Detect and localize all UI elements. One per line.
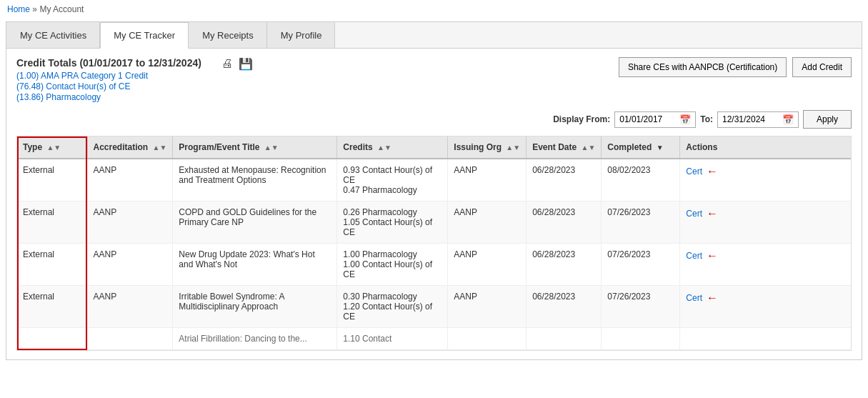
- cell-type: External: [17, 286, 87, 328]
- credit-line-3: (13.86) Pharmacology: [16, 92, 201, 102]
- table-row: External AANP Irritable Bowel Syndrome: …: [17, 286, 851, 328]
- apply-button[interactable]: Apply: [803, 110, 852, 129]
- date-to-input[interactable]: [722, 114, 779, 124]
- cell-completed: 08/02/2023: [602, 159, 680, 202]
- ce-table: Type ▲▼ Accreditation ▲▼ Program/Event T…: [17, 136, 851, 350]
- cell-event-date: 06/28/2023: [527, 202, 602, 244]
- cell-accreditation: AANP: [87, 244, 173, 286]
- col-type[interactable]: Type ▲▼: [17, 136, 87, 159]
- tab-profile[interactable]: My Profile: [267, 22, 336, 48]
- cell-credits: 0.30 Pharmacology1.20 Contact Hour(s) of…: [337, 286, 448, 328]
- print-icon[interactable]: 🖨: [221, 57, 233, 71]
- credit-totals-title: Credit Totals (01/01/2017 to 12/31/2024): [16, 57, 201, 69]
- arrow-icon: ←: [707, 165, 718, 178]
- cell-type: External: [17, 244, 87, 286]
- col-event-date[interactable]: Event Date ▲▼: [527, 136, 602, 159]
- sort-issuing-org-icon: ▲▼: [506, 144, 520, 151]
- cell-type: [17, 328, 87, 350]
- breadcrumb-current: My Account: [39, 4, 84, 14]
- cell-completed: 07/26/2023: [602, 286, 680, 328]
- cert-link[interactable]: Cert: [686, 293, 702, 303]
- cell-event-date: 06/28/2023: [527, 286, 602, 328]
- cell-actions: [680, 328, 851, 350]
- table-row: Atrial Fibrillation: Dancing to the... 1…: [17, 328, 851, 350]
- date-to-input-wrap: 📅: [717, 111, 799, 128]
- date-from-input-wrap: 📅: [614, 111, 696, 128]
- calendar-to-icon[interactable]: 📅: [782, 114, 794, 125]
- col-title[interactable]: Program/Event Title ▲▼: [173, 136, 337, 159]
- cell-title: Atrial Fibrillation: Dancing to the...: [173, 328, 337, 350]
- col-accreditation[interactable]: Accreditation ▲▼: [87, 136, 173, 159]
- cell-title: Exhausted at Menopause: Recognition and …: [173, 159, 337, 202]
- display-to-label: To:: [700, 114, 713, 124]
- cell-title: COPD and GOLD Guidelines for the Primary…: [173, 202, 337, 244]
- print-icons: 🖨 💾: [221, 57, 253, 71]
- col-credits[interactable]: Credits ▲▼: [337, 136, 448, 159]
- cell-title: Irritable Bowel Syndrome: A Multidiscipl…: [173, 286, 337, 328]
- sort-type-icon: ▲▼: [46, 144, 61, 151]
- credit-line-1: (1.00) AMA PRA Category 1 Credit: [16, 71, 201, 81]
- table-wrap: Type ▲▼ Accreditation ▲▼ Program/Event T…: [16, 136, 852, 351]
- credit-header: Credit Totals (01/01/2017 to 12/31/2024)…: [16, 57, 852, 103]
- cert-link[interactable]: Cert: [686, 209, 702, 219]
- cell-event-date: 06/28/2023: [527, 159, 602, 202]
- col-issuing-org[interactable]: Issuing Org ▲▼: [448, 136, 527, 159]
- display-from-label: Display From:: [553, 114, 610, 124]
- tab-bar: My CE Activities My CE Tracker My Receip…: [6, 22, 862, 49]
- cell-event-date: 06/28/2023: [527, 244, 602, 286]
- share-button[interactable]: Share CEs with AANPCB (Certification): [619, 57, 787, 77]
- sort-title-icon: ▲▼: [264, 144, 279, 151]
- calendar-from-icon[interactable]: 📅: [679, 114, 691, 125]
- sort-accreditation-icon: ▲▼: [153, 144, 167, 151]
- col-completed[interactable]: Completed ▼: [602, 136, 680, 159]
- arrow-icon: ←: [707, 249, 718, 262]
- cell-completed: 07/26/2023: [602, 244, 680, 286]
- cell-issuing-org: [448, 328, 527, 350]
- cell-title: New Drug Update 2023: What's Hot and Wha…: [173, 244, 337, 286]
- table-row: External AANP COPD and GOLD Guidelines f…: [17, 202, 851, 244]
- table-row: External AANP New Drug Update 2023: What…: [17, 244, 851, 286]
- date-filter: Display From: 📅 To: 📅 Apply: [16, 110, 852, 129]
- cell-issuing-org: AANP: [448, 286, 527, 328]
- cell-accreditation: AANP: [87, 202, 173, 244]
- cell-type: External: [17, 202, 87, 244]
- cell-credits: 1.00 Pharmacology1.00 Contact Hour(s) of…: [337, 244, 448, 286]
- tab-ce-tracker[interactable]: My CE Tracker: [100, 22, 189, 49]
- cell-accreditation: AANP: [87, 286, 173, 328]
- cell-issuing-org: AANP: [448, 159, 527, 202]
- cert-link[interactable]: Cert: [686, 251, 702, 261]
- cell-type: External: [17, 159, 87, 202]
- arrow-icon: ←: [707, 207, 718, 220]
- date-from-input[interactable]: [619, 114, 677, 124]
- arrow-icon: ←: [707, 292, 718, 304]
- sort-event-date-icon: ▲▼: [582, 144, 596, 151]
- add-credit-button[interactable]: Add Credit: [792, 57, 852, 77]
- cell-actions: Cert ←: [680, 159, 851, 202]
- credit-line-2: (76.48) Contact Hour(s) of CE: [16, 81, 201, 91]
- cell-actions: Cert ←: [680, 244, 851, 286]
- cell-actions: Cert ←: [680, 202, 851, 244]
- breadcrumb: Home » My Account: [0, 0, 868, 19]
- cell-issuing-org: AANP: [448, 202, 527, 244]
- cell-issuing-org: AANP: [448, 244, 527, 286]
- main-container: My CE Activities My CE Tracker My Receip…: [6, 21, 862, 360]
- breadcrumb-home-link[interactable]: Home: [7, 4, 30, 14]
- content-area: Credit Totals (01/01/2017 to 12/31/2024)…: [6, 49, 862, 359]
- cell-actions: Cert ←: [680, 286, 851, 328]
- cell-credits: 0.26 Pharmacology1.05 Contact Hour(s) of…: [337, 202, 448, 244]
- tab-ce-activities[interactable]: My CE Activities: [6, 22, 100, 48]
- cell-credits: 0.93 Contact Hour(s) of CE0.47 Pharmacol…: [337, 159, 448, 202]
- cell-completed: [602, 328, 680, 350]
- credit-totals: Credit Totals (01/01/2017 to 12/31/2024)…: [16, 57, 201, 103]
- col-actions: Actions: [680, 136, 851, 159]
- cell-completed: 07/26/2023: [602, 202, 680, 244]
- cell-accreditation: AANP: [87, 159, 173, 202]
- cell-accreditation: [87, 328, 173, 350]
- cell-credits: 1.10 Contact: [337, 328, 448, 350]
- cert-link[interactable]: Cert: [686, 166, 702, 176]
- cell-event-date: [527, 328, 602, 350]
- save-icon[interactable]: 💾: [239, 57, 253, 71]
- sort-completed-icon: ▼: [657, 144, 664, 151]
- tab-receipts[interactable]: My Receipts: [189, 22, 267, 48]
- breadcrumb-separator: »: [32, 4, 37, 14]
